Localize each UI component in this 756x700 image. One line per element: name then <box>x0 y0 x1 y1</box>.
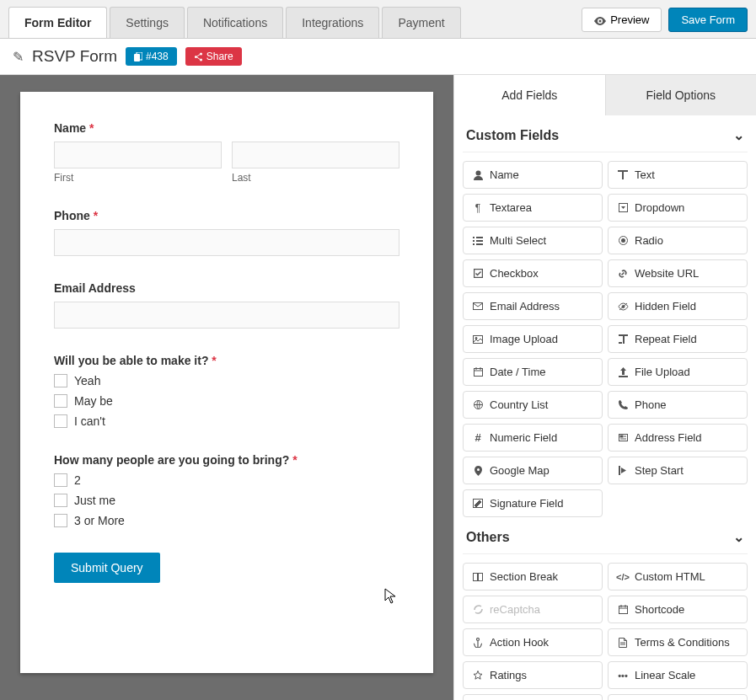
field-type-textarea[interactable]: ¶Textarea <box>463 194 603 222</box>
section-others[interactable]: Others ⌄ <box>463 517 748 554</box>
field-attend[interactable]: Will you be able to make it? * Yeah May … <box>54 354 399 428</box>
svg-rect-9 <box>473 240 475 242</box>
field-email[interactable]: Email Address <box>54 281 399 329</box>
attend-opt-1[interactable]: May be <box>54 394 399 408</box>
field-type-label: Text <box>635 168 655 181</box>
recap-icon <box>472 605 484 614</box>
field-people[interactable]: How many people are you going to bring? … <box>54 453 399 527</box>
email-input[interactable] <box>54 302 399 329</box>
field-type-linear-scale[interactable]: •••Linear Scale <box>608 661 748 689</box>
top-bar: Form Editor Settings Notifications Integ… <box>0 0 756 39</box>
field-type-email-address[interactable]: Email Address <box>463 292 603 320</box>
field-name[interactable]: Name * First Last <box>54 121 399 184</box>
tab-form-editor[interactable]: Form Editor <box>8 7 107 38</box>
phone-input[interactable] <box>54 229 399 256</box>
form-id-badge[interactable]: #438 <box>126 47 177 66</box>
chevron-down-icon: ⌄ <box>733 529 744 545</box>
hash-icon: # <box>472 431 484 444</box>
form-title: RSVP Form <box>32 47 117 66</box>
field-type-multiple-choice-grid[interactable]: Multiple Choice Grid <box>608 694 748 700</box>
field-type-country-list[interactable]: Country List <box>463 391 603 419</box>
tab-payment[interactable]: Payment <box>382 7 460 38</box>
share-badge[interactable]: Share <box>185 47 242 66</box>
field-type-radio[interactable]: Radio <box>608 227 748 254</box>
field-type-label: Ratings <box>490 669 527 681</box>
section-custom-fields[interactable]: Custom Fields ⌄ <box>463 115 748 152</box>
field-type-label: Website URL <box>635 267 699 280</box>
people-opt-2[interactable]: 3 or More <box>54 514 399 527</box>
field-type-text[interactable]: Text <box>608 161 748 189</box>
field-type-google-map[interactable]: Google Map <box>463 457 603 484</box>
checkbox-icon <box>54 473 67 487</box>
field-type-step-start[interactable]: Step Start <box>608 457 748 484</box>
svg-rect-30 <box>474 573 478 580</box>
svg-rect-8 <box>473 237 475 238</box>
field-type-signature-field[interactable]: Signature Field <box>463 489 603 517</box>
field-type-section-break[interactable]: Section Break <box>463 563 603 590</box>
field-type-dropdown[interactable]: Dropdown <box>608 194 748 222</box>
preview-label: Preview <box>610 13 649 26</box>
tab-field-options[interactable]: Field Options <box>605 75 757 115</box>
tab-settings[interactable]: Settings <box>110 7 185 38</box>
field-type-custom-html[interactable]: </>Custom HTML <box>608 563 748 590</box>
text-icon <box>617 170 629 179</box>
tab-add-fields[interactable]: Add Fields <box>454 75 605 115</box>
field-type-website-url[interactable]: Website URL <box>608 259 748 287</box>
field-type-label: Hidden Field <box>635 300 696 313</box>
svg-point-20 <box>475 337 477 339</box>
star-icon <box>472 671 484 680</box>
radio-icon <box>617 236 629 245</box>
preview-button[interactable]: Preview <box>582 8 662 32</box>
field-type-file-upload[interactable]: File Upload <box>608 358 748 386</box>
field-type-label: Date / Time <box>490 366 545 378</box>
field-type-ratings[interactable]: Ratings <box>463 661 603 689</box>
field-type-label: Terms & Conditions <box>635 636 730 649</box>
field-type-hidden-field[interactable]: Hidden Field <box>608 292 748 320</box>
share-icon <box>194 51 203 62</box>
field-type-label: Step Start <box>635 464 684 477</box>
svg-point-27 <box>477 468 480 471</box>
mail-icon <box>472 302 484 310</box>
people-opt-1[interactable]: Just me <box>54 494 399 507</box>
field-type-recaptcha: reCaptcha <box>463 596 603 623</box>
svg-rect-26 <box>620 435 623 437</box>
first-name-input[interactable] <box>54 142 222 168</box>
cal-icon <box>617 605 629 614</box>
attend-opt-2[interactable]: I can't <box>54 414 399 428</box>
field-type-label: Email Address <box>490 300 560 313</box>
field-type-address-field[interactable]: Address Field <box>608 424 748 452</box>
field-type-numeric-field[interactable]: #Numeric Field <box>463 424 603 452</box>
form-id-text: #438 <box>146 51 169 62</box>
field-type-multi-select[interactable]: Multi Select <box>463 227 603 254</box>
field-type-label: Custom HTML <box>635 570 705 583</box>
field-type-terms-conditions[interactable]: Terms & Conditions <box>608 628 748 656</box>
last-name-input[interactable] <box>232 142 399 168</box>
field-type-checkbox[interactable]: Checkbox <box>463 259 603 287</box>
field-type-checkbox-grid[interactable]: Checkbox Grid <box>463 694 603 700</box>
people-opt-0[interactable]: 2 <box>54 473 399 487</box>
field-type-shortcode[interactable]: Shortcode <box>608 596 748 623</box>
submit-button[interactable]: Submit Query <box>54 553 160 583</box>
form-canvas: Name * First Last Phone * <box>0 75 453 700</box>
field-type-label: Repeat Field <box>635 333 697 345</box>
attend-opt-0[interactable]: Yeah <box>54 374 399 387</box>
svg-rect-12 <box>476 240 483 242</box>
field-type-action-hook[interactable]: Action Hook <box>463 628 603 656</box>
field-type-date-time[interactable]: Date / Time <box>463 358 603 386</box>
tab-integrations[interactable]: Integrations <box>286 7 379 38</box>
field-type-phone[interactable]: Phone <box>608 391 748 419</box>
field-type-name[interactable]: Name <box>463 161 603 189</box>
field-type-repeat-field[interactable]: Repeat Field <box>608 325 748 353</box>
svg-point-3 <box>200 53 202 56</box>
field-type-label: Checkbox <box>490 267 539 280</box>
field-phone[interactable]: Phone * <box>54 209 399 256</box>
form-preview: Name * First Last Phone * <box>20 92 433 673</box>
code-icon: </> <box>617 572 629 582</box>
right-panel: Add Fields Field Options Custom Fields ⌄… <box>453 75 756 700</box>
checkbox-icon <box>54 414 67 428</box>
field-type-label: Address Field <box>635 431 701 444</box>
image-icon <box>472 335 484 344</box>
field-type-image-upload[interactable]: Image Upload <box>463 325 603 353</box>
tab-notifications[interactable]: Notifications <box>187 7 283 38</box>
save-form-button[interactable]: Save Form <box>668 8 748 32</box>
